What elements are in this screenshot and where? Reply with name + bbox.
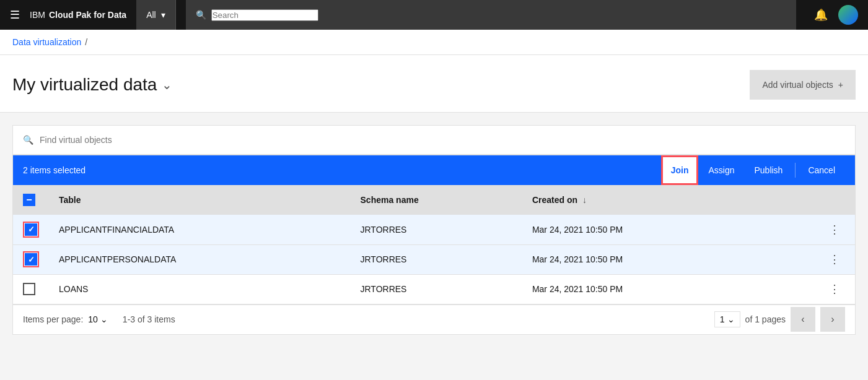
next-page-button[interactable]: › (820, 307, 845, 332)
topnav: ☰ IBM Cloud Pak for Data All ▾ 🔍 🔔 (0, 0, 868, 30)
publish-button[interactable]: Publish (744, 155, 792, 185)
page-select-chevron-icon: ⌄ (727, 314, 735, 324)
logo-prefix: IBM (30, 10, 45, 20)
menu-icon[interactable]: ☰ (10, 8, 20, 22)
row2-overflow-button[interactable]: ⋮ (824, 250, 845, 269)
next-page-icon: › (831, 314, 834, 325)
select-all-header[interactable]: − (13, 185, 49, 215)
table-col-header-actions (765, 185, 855, 215)
current-page-value: 1 (720, 314, 725, 324)
app-logo: IBM Cloud Pak for Data (30, 10, 126, 20)
previous-page-icon: ‹ (801, 314, 804, 325)
row2-schema: JRTORRES (351, 244, 522, 274)
row1-overflow-cell[interactable]: ⋮ (765, 215, 855, 244)
table-row: ✓ APPLICANTPERSONALDATA JRTORRES Mar 24,… (13, 244, 855, 274)
page-title-chevron-icon[interactable]: ⌄ (162, 77, 172, 92)
breadcrumb-link[interactable]: Data virtualization (12, 37, 81, 47)
join-button[interactable]: Join (661, 155, 699, 185)
per-page-select[interactable]: 10 ⌄ (88, 314, 108, 324)
row1-table-name: APPLICANTFINANCIALDATA (49, 215, 351, 244)
row3-overflow-button[interactable]: ⋮ (824, 280, 845, 298)
items-count: 1-3 of 3 items (123, 314, 175, 324)
search-dropdown-label: All (146, 10, 156, 20)
row3-created: Mar 24, 2021 10:50 PM (522, 274, 765, 304)
row1-overflow-button[interactable]: ⋮ (824, 220, 845, 239)
row2-created: Mar 24, 2021 10:50 PM (522, 244, 765, 274)
sort-icon: ↓ (582, 195, 587, 205)
per-page-value: 10 (88, 314, 98, 324)
selection-count: 2 items selected (23, 165, 661, 175)
row3-checkbox-cell[interactable] (13, 274, 49, 304)
row1-schema: JRTORRES (351, 215, 522, 244)
table-row: LOANS JRTORRES Mar 24, 2021 10:50 PM ⋮ (13, 274, 855, 304)
row3-schema: JRTORRES (351, 274, 522, 304)
table-container: 2 items selected Join Assign Publish Can… (12, 155, 856, 335)
per-page-label: Items per page: (23, 314, 83, 324)
cancel-button[interactable]: Cancel (798, 155, 845, 185)
page-select[interactable]: 1 ⌄ (714, 311, 740, 327)
previous-page-button[interactable]: ‹ (791, 307, 815, 332)
table-search-bar[interactable]: 🔍 (12, 125, 856, 155)
row1-checkbox[interactable]: ✓ (25, 223, 37, 236)
plus-icon: + (838, 80, 843, 90)
search-dropdown[interactable]: All ▾ (136, 0, 176, 30)
row1-checkbox-cell[interactable]: ✓ (13, 215, 49, 244)
row2-checkbox[interactable]: ✓ (25, 253, 37, 266)
row2-overflow-cell[interactable]: ⋮ (765, 244, 855, 274)
per-page-chevron-icon: ⌄ (100, 314, 108, 324)
table-col-header-table: Table (49, 185, 351, 215)
add-virtual-objects-button[interactable]: Add virtual objects + (750, 70, 856, 100)
breadcrumb: Data virtualization / (0, 30, 868, 55)
notification-bell-icon[interactable]: 🔔 (806, 0, 836, 30)
chevron-down-icon: ▾ (161, 10, 165, 20)
row3-checkbox[interactable] (23, 283, 35, 295)
logo-suffix: Cloud Pak for Data (49, 10, 126, 20)
row2-checkbox-outline: ✓ (23, 251, 39, 267)
row3-overflow-cell[interactable]: ⋮ (765, 274, 855, 304)
table-header-row: − Table Schema name Created on ↓ (13, 185, 855, 215)
main-content: 🔍 2 items selected Join Assign Publish C… (0, 113, 868, 347)
page-title-text: My virtualized data (12, 75, 157, 95)
table-row: ✓ APPLICANTFINANCIALDATA JRTORRES Mar 24… (13, 215, 855, 244)
selection-actions: Join Assign Publish Cancel (661, 155, 845, 185)
page-header: My virtualized data ⌄ Add virtual object… (0, 55, 868, 113)
table-search-icon: 🔍 (23, 135, 33, 145)
of-pages-label: of 1 pages (745, 314, 786, 324)
row1-created: Mar 24, 2021 10:50 PM (522, 215, 765, 244)
page-title: My virtualized data ⌄ (12, 75, 172, 95)
selection-bar: 2 items selected Join Assign Publish Can… (13, 155, 855, 185)
global-search-bar[interactable]: 🔍 (186, 0, 796, 30)
row2-table-name: APPLICANTPERSONALDATA (49, 244, 351, 274)
table-col-header-schema: Schema name (351, 185, 522, 215)
data-table: − Table Schema name Created on ↓ (13, 185, 855, 304)
row1-checkbox-outline: ✓ (23, 222, 39, 238)
pagination-right: 1 ⌄ of 1 pages ‹ › (714, 307, 845, 332)
assign-button[interactable]: Assign (698, 155, 744, 185)
row2-checkbox-cell[interactable]: ✓ (13, 244, 49, 274)
table-search-input[interactable] (40, 135, 845, 145)
pagination-left: Items per page: 10 ⌄ 1-3 of 3 items (23, 314, 175, 324)
table-col-header-created[interactable]: Created on ↓ (522, 185, 765, 215)
add-virtual-objects-label: Add virtual objects (762, 80, 833, 90)
search-icon: 🔍 (196, 10, 206, 20)
avatar[interactable] (838, 5, 858, 25)
row3-table-name: LOANS (49, 274, 351, 304)
action-divider (795, 163, 796, 178)
breadcrumb-separator: / (85, 37, 87, 47)
select-all-checkbox[interactable]: − (23, 194, 35, 206)
topnav-right: 🔔 (806, 0, 858, 30)
pagination: Items per page: 10 ⌄ 1-3 of 3 items 1 ⌄ … (13, 304, 855, 334)
global-search-input[interactable] (211, 9, 318, 21)
